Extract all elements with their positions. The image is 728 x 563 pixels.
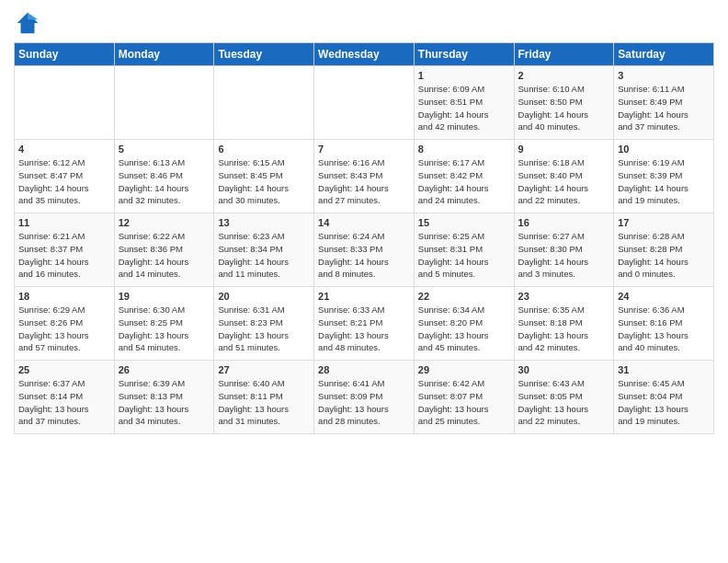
calendar-cell: 4Sunrise: 6:12 AMSunset: 8:47 PMDaylight… (15, 140, 115, 213)
calendar-cell (214, 66, 314, 140)
day-info: Sunrise: 6:09 AMSunset: 8:51 PMDaylight:… (418, 83, 510, 133)
calendar-cell: 14Sunrise: 6:24 AMSunset: 8:33 PMDayligh… (314, 213, 415, 287)
calendar-cell: 9Sunrise: 6:18 AMSunset: 8:40 PMDaylight… (514, 140, 614, 213)
calendar-cell: 21Sunrise: 6:33 AMSunset: 8:21 PMDayligh… (314, 287, 415, 361)
day-info: Sunrise: 6:35 AMSunset: 8:18 PMDaylight:… (518, 304, 610, 354)
header-tuesday: Tuesday (214, 43, 314, 66)
calendar-cell: 8Sunrise: 6:17 AMSunset: 8:42 PMDaylight… (414, 140, 514, 213)
calendar-table: SundayMondayTuesdayWednesdayThursdayFrid… (14, 42, 714, 434)
calendar-cell: 24Sunrise: 6:36 AMSunset: 8:16 PMDayligh… (614, 287, 714, 361)
svg-marker-1 (28, 13, 38, 20)
calendar-cell (314, 66, 415, 140)
day-info: Sunrise: 6:22 AMSunset: 8:36 PMDaylight:… (119, 230, 210, 281)
calendar-cell: 10Sunrise: 6:19 AMSunset: 8:39 PMDayligh… (614, 140, 714, 213)
day-number: 12 (119, 217, 210, 228)
calendar-cell: 29Sunrise: 6:42 AMSunset: 8:07 PMDayligh… (414, 361, 514, 434)
day-number: 28 (318, 364, 410, 375)
day-number: 25 (18, 364, 110, 375)
day-number: 8 (418, 144, 510, 155)
day-number: 21 (318, 291, 410, 302)
calendar-week-1: 1Sunrise: 6:09 AMSunset: 8:51 PMDaylight… (15, 66, 714, 140)
day-number: 11 (18, 217, 110, 228)
logo-icon (14, 9, 41, 37)
day-info: Sunrise: 6:30 AMSunset: 8:25 PMDaylight:… (119, 304, 210, 354)
day-info: Sunrise: 6:13 AMSunset: 8:46 PMDaylight:… (119, 156, 210, 207)
day-info: Sunrise: 6:18 AMSunset: 8:40 PMDaylight:… (518, 156, 610, 207)
calendar-cell (114, 66, 214, 140)
calendar-cell: 15Sunrise: 6:25 AMSunset: 8:31 PMDayligh… (414, 213, 514, 287)
day-info: Sunrise: 6:36 AMSunset: 8:16 PMDaylight:… (618, 304, 710, 354)
calendar-cell: 18Sunrise: 6:29 AMSunset: 8:26 PMDayligh… (15, 287, 115, 361)
day-number: 23 (518, 291, 610, 302)
calendar-cell: 2Sunrise: 6:10 AMSunset: 8:50 PMDaylight… (514, 66, 614, 140)
day-info: Sunrise: 6:39 AMSunset: 8:13 PMDaylight:… (119, 377, 210, 428)
day-number: 14 (318, 217, 410, 228)
calendar-cell: 30Sunrise: 6:43 AMSunset: 8:05 PMDayligh… (514, 361, 614, 434)
main-container: SundayMondayTuesdayWednesdayThursdayFrid… (0, 0, 728, 439)
calendar-week-4: 18Sunrise: 6:29 AMSunset: 8:26 PMDayligh… (15, 287, 714, 361)
day-info: Sunrise: 6:43 AMSunset: 8:05 PMDaylight:… (518, 377, 610, 428)
day-info: Sunrise: 6:12 AMSunset: 8:47 PMDaylight:… (18, 156, 110, 207)
day-number: 18 (18, 291, 110, 302)
calendar-cell: 19Sunrise: 6:30 AMSunset: 8:25 PMDayligh… (114, 287, 214, 361)
header-friday: Friday (514, 43, 614, 66)
day-number: 29 (418, 364, 510, 375)
calendar-week-2: 4Sunrise: 6:12 AMSunset: 8:47 PMDaylight… (15, 140, 714, 213)
day-info: Sunrise: 6:42 AMSunset: 8:07 PMDaylight:… (418, 377, 510, 428)
calendar-cell: 22Sunrise: 6:34 AMSunset: 8:20 PMDayligh… (414, 287, 514, 361)
day-info: Sunrise: 6:34 AMSunset: 8:20 PMDaylight:… (418, 304, 510, 354)
day-info: Sunrise: 6:27 AMSunset: 8:30 PMDaylight:… (518, 230, 610, 281)
day-number: 6 (218, 144, 310, 155)
day-info: Sunrise: 6:28 AMSunset: 8:28 PMDaylight:… (618, 230, 710, 281)
calendar-week-5: 25Sunrise: 6:37 AMSunset: 8:14 PMDayligh… (15, 361, 714, 434)
day-number: 30 (518, 364, 610, 375)
calendar-header-row: SundayMondayTuesdayWednesdayThursdayFrid… (15, 43, 714, 66)
calendar-cell: 31Sunrise: 6:45 AMSunset: 8:04 PMDayligh… (614, 361, 714, 434)
day-info: Sunrise: 6:23 AMSunset: 8:34 PMDaylight:… (218, 230, 310, 281)
calendar-cell: 11Sunrise: 6:21 AMSunset: 8:37 PMDayligh… (15, 213, 115, 287)
day-number: 17 (618, 217, 710, 228)
calendar-cell: 5Sunrise: 6:13 AMSunset: 8:46 PMDaylight… (114, 140, 214, 213)
day-info: Sunrise: 6:29 AMSunset: 8:26 PMDaylight:… (18, 304, 110, 354)
calendar-cell: 13Sunrise: 6:23 AMSunset: 8:34 PMDayligh… (214, 213, 314, 287)
day-info: Sunrise: 6:41 AMSunset: 8:09 PMDaylight:… (318, 377, 410, 428)
header-monday: Monday (114, 43, 214, 66)
day-info: Sunrise: 6:25 AMSunset: 8:31 PMDaylight:… (418, 230, 510, 281)
calendar-cell: 1Sunrise: 6:09 AMSunset: 8:51 PMDaylight… (414, 66, 514, 140)
day-number: 5 (119, 144, 210, 155)
day-number: 13 (218, 217, 310, 228)
day-number: 27 (218, 364, 310, 375)
day-info: Sunrise: 6:24 AMSunset: 8:33 PMDaylight:… (318, 230, 410, 281)
day-number: 2 (518, 70, 610, 81)
day-number: 1 (418, 70, 510, 81)
day-number: 19 (119, 291, 210, 302)
calendar-cell: 26Sunrise: 6:39 AMSunset: 8:13 PMDayligh… (114, 361, 214, 434)
header-thursday: Thursday (414, 43, 514, 66)
day-number: 24 (618, 291, 710, 302)
day-info: Sunrise: 6:37 AMSunset: 8:14 PMDaylight:… (18, 377, 110, 428)
day-info: Sunrise: 6:40 AMSunset: 8:11 PMDaylight:… (218, 377, 310, 428)
day-number: 4 (18, 144, 110, 155)
header-wednesday: Wednesday (314, 43, 415, 66)
calendar-cell (15, 66, 115, 140)
header-sunday: Sunday (15, 43, 115, 66)
day-info: Sunrise: 6:10 AMSunset: 8:50 PMDaylight:… (518, 83, 610, 133)
day-number: 31 (618, 364, 710, 375)
calendar-cell: 7Sunrise: 6:16 AMSunset: 8:43 PMDaylight… (314, 140, 415, 213)
day-number: 16 (518, 217, 610, 228)
day-info: Sunrise: 6:15 AMSunset: 8:45 PMDaylight:… (218, 156, 310, 207)
day-number: 22 (418, 291, 510, 302)
header (14, 9, 714, 37)
day-number: 26 (119, 364, 210, 375)
calendar-cell: 16Sunrise: 6:27 AMSunset: 8:30 PMDayligh… (514, 213, 614, 287)
day-number: 15 (418, 217, 510, 228)
header-saturday: Saturday (614, 43, 714, 66)
calendar-cell: 17Sunrise: 6:28 AMSunset: 8:28 PMDayligh… (614, 213, 714, 287)
day-info: Sunrise: 6:16 AMSunset: 8:43 PMDaylight:… (318, 156, 410, 207)
calendar-cell: 25Sunrise: 6:37 AMSunset: 8:14 PMDayligh… (15, 361, 115, 434)
logo (14, 9, 45, 37)
calendar-cell: 3Sunrise: 6:11 AMSunset: 8:49 PMDaylight… (614, 66, 714, 140)
day-info: Sunrise: 6:21 AMSunset: 8:37 PMDaylight:… (18, 230, 110, 281)
day-info: Sunrise: 6:19 AMSunset: 8:39 PMDaylight:… (618, 156, 710, 207)
calendar-cell: 23Sunrise: 6:35 AMSunset: 8:18 PMDayligh… (514, 287, 614, 361)
